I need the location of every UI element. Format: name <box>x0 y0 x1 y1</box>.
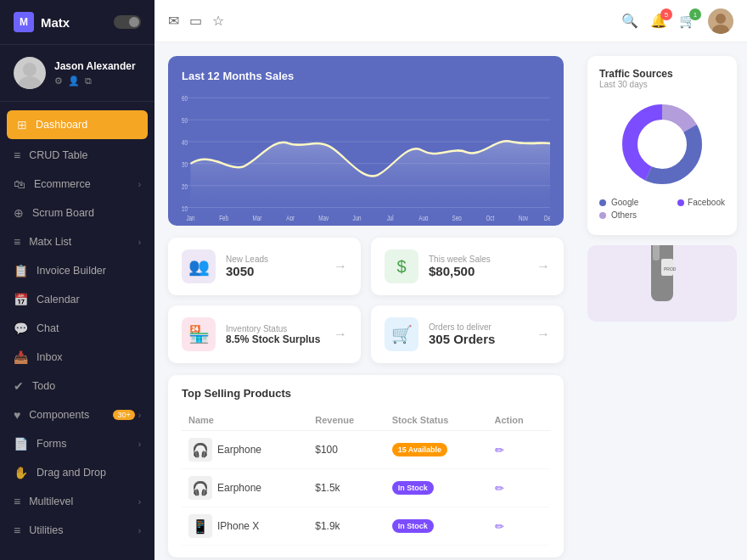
new-leads-arrow[interactable]: → <box>334 259 347 274</box>
chevron-right-icon: › <box>138 526 141 535</box>
status-badge: 15 Available <box>392 443 447 456</box>
svg-text:Apr: Apr <box>286 214 295 221</box>
legend-facebook-label: Facebook <box>688 198 725 207</box>
col-name: Name <box>182 410 308 431</box>
col-stock-status: Stock Status <box>385 410 488 431</box>
chevron-right-icon: › <box>138 180 141 189</box>
chevron-right-icon: › <box>138 440 141 449</box>
app-logo: M <box>14 12 34 32</box>
star-icon[interactable]: ☆ <box>212 13 224 29</box>
product-name: Earphone <box>217 482 261 494</box>
svg-text:30: 30 <box>182 160 188 170</box>
svg-text:20: 20 <box>182 182 188 192</box>
chart-title: Last 12 Months Sales <box>182 70 550 82</box>
sidebar-item-calendar[interactable]: 📅 Calendar <box>0 285 154 314</box>
orders-icon: 🛒 <box>385 317 418 351</box>
week-sales-value: $80,500 <box>429 264 536 278</box>
mail-icon[interactable]: ✉ <box>168 13 179 29</box>
sidebar-item-matx-list[interactable]: ≡ Matx List › <box>0 227 154 256</box>
avatar <box>14 57 46 89</box>
sidebar-item-label: Utilities <box>29 524 138 536</box>
inventory-icon: 🏪 <box>182 317 216 351</box>
utilities-icon: ≡ <box>14 524 20 537</box>
product-name: IPhone X <box>217 520 259 532</box>
traffic-legend: Google Facebook Others <box>599 198 725 220</box>
products-table: Name Revenue Stock Status Action 🎧 Earph… <box>182 410 550 546</box>
product-status: In Stock <box>385 507 488 546</box>
chevron-right-icon: › <box>138 238 141 247</box>
legend-others-label: Others <box>611 210 637 220</box>
inventory-label: Inventory Status <box>226 324 334 333</box>
list-icon: ≡ <box>14 235 20 249</box>
window-icon[interactable]: ▭ <box>189 13 202 29</box>
inventory-arrow[interactable]: → <box>334 327 347 342</box>
notification-badge: 5 <box>660 8 672 20</box>
cart-badge: 1 <box>689 8 701 20</box>
sidebar-item-drag-and-drop[interactable]: ✋ Drag and Drop <box>0 458 154 487</box>
search-icon[interactable]: 🔍 <box>621 13 638 29</box>
sidebar-item-label: Chat <box>37 322 141 334</box>
sidebar-item-forms[interactable]: 📄 Forms › <box>0 429 154 458</box>
col-action: Action <box>488 410 550 431</box>
sidebar: M Matx Jason Alexander ⚙ 👤 ⧉ ⊞ Dashboard… <box>0 0 154 560</box>
sidebar-item-chat[interactable]: 💬 Chat <box>0 314 154 343</box>
product-name-cell: 🎧 Earphone <box>182 431 308 469</box>
components-icon: ♥ <box>14 408 20 422</box>
chevron-right-icon: › <box>138 411 141 420</box>
product-action[interactable]: ✏ <box>488 431 550 469</box>
sidebar-item-ecommerce[interactable]: 🛍 Ecommerce › <box>0 170 154 199</box>
content-right: Traffic Sources Last 30 days <box>577 42 747 560</box>
sidebar-item-label: Calendar <box>37 294 141 305</box>
sidebar-item-label: Invoice Builder <box>37 265 141 277</box>
profile-icon[interactable]: 👤 <box>68 76 80 87</box>
product-name: Earphone <box>217 444 261 456</box>
week-sales-arrow[interactable]: → <box>536 259 550 274</box>
svg-text:60: 60 <box>182 94 188 104</box>
topbar-right: 🔍 🔔 5 🛒 1 <box>621 8 733 34</box>
sales-chart: 60 50 40 30 20 10 <box>182 89 550 221</box>
cart-button[interactable]: 🛒 1 <box>679 13 696 29</box>
edit-icon[interactable]: ✏ <box>495 520 504 533</box>
sidebar-item-multilevel[interactable]: ≡ Multilevel › <box>0 487 154 516</box>
content-left: Last 12 Months Sales 60 50 40 30 20 10 <box>154 42 577 560</box>
table-row: 🎧 Earphone $1.5k In Stock ✏ <box>182 469 550 507</box>
product-revenue: $100 <box>308 431 385 469</box>
traffic-title: Traffic Sources <box>599 68 725 80</box>
sidebar-item-invoice-builder[interactable]: 📋 Invoice Builder <box>0 256 154 285</box>
components-badge: 30+ <box>113 410 134 420</box>
crud-icon: ≡ <box>14 148 20 162</box>
edit-icon[interactable]: ✏ <box>495 482 504 495</box>
sidebar-item-utilities[interactable]: ≡ Utilities › <box>0 516 154 545</box>
settings-icon[interactable]: ⚙ <box>54 76 63 87</box>
svg-point-33 <box>640 122 684 166</box>
new-leads-label: New Leads <box>226 255 334 264</box>
notification-button[interactable]: 🔔 5 <box>650 13 667 29</box>
product-action[interactable]: ✏ <box>488 469 550 507</box>
user-avatar-topbar[interactable] <box>708 8 733 34</box>
sidebar-item-inbox[interactable]: 📥 Inbox <box>0 343 154 372</box>
svg-text:PROD: PROD <box>664 266 677 272</box>
orders-arrow[interactable]: → <box>536 327 550 342</box>
product-preview-card: PROD <box>587 245 737 322</box>
col-revenue: Revenue <box>308 410 385 431</box>
sidebar-item-scrum-board[interactable]: ⊕ Scrum Board <box>0 199 154 227</box>
sidebar-item-dashboard[interactable]: ⊞ Dashboard <box>7 110 148 139</box>
orders-value: 305 Orders <box>429 332 536 346</box>
svg-text:Aug: Aug <box>418 214 428 221</box>
svg-text:Jun: Jun <box>352 214 361 221</box>
nav-list: ⊞ Dashboard ≡ CRUD Table 🛍 Ecommerce › ⊕… <box>0 102 154 560</box>
status-badge: In Stock <box>392 481 434 495</box>
edit-icon[interactable]: ✏ <box>495 444 504 456</box>
stat-card-new-leads: 👥 New Leads 3050 → <box>168 238 361 295</box>
product-action[interactable]: ✏ <box>488 507 550 546</box>
sidebar-item-components[interactable]: ♥ Components 30+ › <box>0 400 154 429</box>
sidebar-item-todo[interactable]: ✔ Todo <box>0 372 154 400</box>
todo-icon: ✔ <box>14 379 24 393</box>
theme-toggle[interactable] <box>114 15 141 29</box>
share-icon[interactable]: ⧉ <box>85 76 92 87</box>
legend-label: Google <box>611 198 638 207</box>
week-sales-icon: $ <box>385 249 418 283</box>
svg-text:Dec: Dec <box>544 214 550 221</box>
product-status: 15 Available <box>385 431 488 469</box>
sidebar-item-crud-table[interactable]: ≡ CRUD Table <box>0 141 154 170</box>
